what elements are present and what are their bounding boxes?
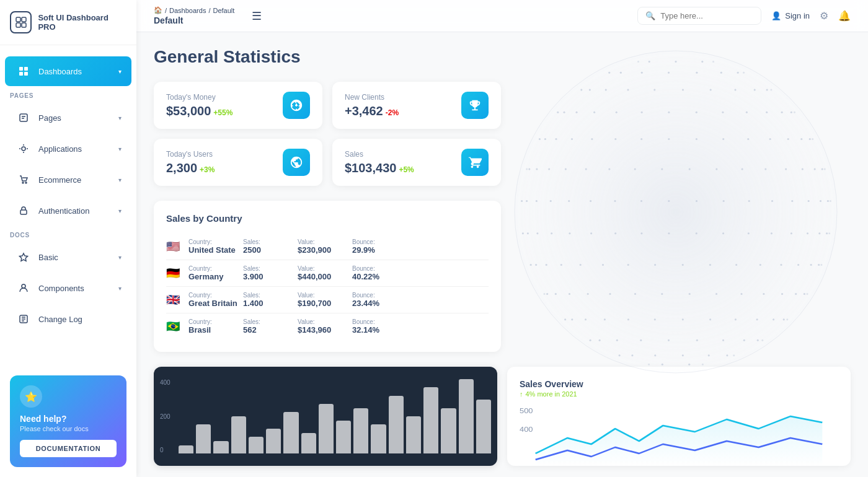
svg-point-145 xyxy=(807,232,808,234)
value-us: $230,900 xyxy=(298,245,347,255)
bell-icon[interactable]: 🔔 xyxy=(838,10,851,22)
svg-point-253 xyxy=(696,138,698,140)
dashboards-chevron: ▾ xyxy=(118,68,122,75)
svg-point-219 xyxy=(715,168,717,170)
globe-background xyxy=(496,32,868,416)
changelog-label: Change Log xyxy=(38,315,82,324)
sidebar-item-basic[interactable]: Basic ▾ xyxy=(5,242,131,272)
svg-point-175 xyxy=(818,232,820,234)
svg-point-159 xyxy=(522,232,524,234)
svg-point-301 xyxy=(766,112,768,113)
svg-point-52 xyxy=(743,339,745,341)
svg-point-144 xyxy=(818,232,820,234)
svg-point-278 xyxy=(790,112,792,113)
svg-point-249 xyxy=(787,138,789,140)
country-row-de: 🇩🇪 Country: Germany Sales: 3.900 Value: … xyxy=(166,260,489,287)
svg-point-120 xyxy=(602,264,604,266)
gear-icon[interactable]: ⚙ xyxy=(820,10,828,22)
country-name-gb: Great Britain xyxy=(188,299,238,308)
svg-point-17 xyxy=(688,364,690,365)
svg-point-67 xyxy=(564,318,566,320)
bar xyxy=(371,424,386,453)
svg-point-154 xyxy=(590,232,592,234)
svg-point-196 xyxy=(526,200,528,202)
svg-point-178 xyxy=(827,200,829,202)
svg-point-193 xyxy=(526,200,528,202)
home-icon: 🏠 xyxy=(154,6,162,14)
svg-point-161 xyxy=(527,232,529,234)
svg-point-266 xyxy=(591,138,593,140)
ecommerce-chevron: ▾ xyxy=(118,177,122,183)
svg-point-215 xyxy=(802,168,804,170)
svg-point-224 xyxy=(585,168,587,170)
svg-point-152 xyxy=(640,232,642,234)
value-br: $143,960 xyxy=(298,325,347,335)
search-input[interactable] xyxy=(660,11,747,20)
sign-in-action[interactable]: 👤 Sign in xyxy=(771,11,810,20)
sidebar-item-authentication[interactable]: Authentication ▾ xyxy=(5,196,131,225)
sidebar-item-changelog[interactable]: Change Log xyxy=(5,304,131,334)
svg-point-141 xyxy=(818,264,820,266)
bar xyxy=(336,421,351,453)
svg-point-183 xyxy=(748,200,750,202)
svg-point-43 xyxy=(599,339,601,341)
svg-point-92 xyxy=(555,293,557,295)
docs-section-label: DOCS xyxy=(0,227,136,241)
sidebar-item-ecommerce[interactable]: Ecommerce ▾ xyxy=(5,165,131,195)
svg-point-117 xyxy=(682,264,684,266)
svg-point-188 xyxy=(614,200,616,202)
svg-point-59 xyxy=(709,318,711,320)
svg-point-208 xyxy=(791,200,793,202)
svg-point-195 xyxy=(521,200,523,202)
sales-value: $103,430+5% xyxy=(345,161,461,175)
svg-point-83 xyxy=(763,293,764,295)
sales-overview-title: Sales Overview xyxy=(520,379,838,389)
svg-point-82 xyxy=(781,293,783,295)
sidebar-item-components[interactable]: Components ▾ xyxy=(5,273,131,303)
svg-point-114 xyxy=(760,264,761,266)
svg-point-246 xyxy=(812,138,813,140)
svg-point-20 xyxy=(662,364,663,365)
pages-chevron: ▾ xyxy=(118,115,122,121)
svg-point-157 xyxy=(536,232,538,234)
sidebar: Soft UI Dashboard PRO Dashboards ▾ PAGES xyxy=(0,0,136,477)
svg-point-189 xyxy=(590,200,591,202)
svg-point-292 xyxy=(564,112,565,113)
svg-point-333 xyxy=(608,72,610,74)
svg-point-282 xyxy=(722,112,724,113)
svg-point-325 xyxy=(743,72,745,74)
svg-point-84 xyxy=(741,293,743,295)
svg-point-112 xyxy=(797,264,799,266)
svg-point-210 xyxy=(820,200,822,202)
svg-point-66 xyxy=(564,318,566,320)
svg-point-225 xyxy=(565,168,567,170)
svg-point-274 xyxy=(787,138,789,140)
components-chevron: ▾ xyxy=(118,285,122,292)
svg-point-244 xyxy=(814,168,816,170)
svg-point-206 xyxy=(748,200,750,202)
svg-point-101 xyxy=(661,293,663,295)
country-name-us: United State xyxy=(188,245,238,255)
svg-point-312 xyxy=(605,89,607,91)
sidebar-item-dashboards[interactable]: Dashboards ▾ xyxy=(5,56,131,86)
bottom-charts-row: 400 200 0 Sales Overview ↑ 4% more in 20… xyxy=(154,367,851,466)
svg-point-116 xyxy=(709,264,711,266)
svg-point-166 xyxy=(614,232,616,234)
svg-point-303 xyxy=(790,112,792,113)
svg-point-42 xyxy=(616,339,618,341)
svg-point-81 xyxy=(795,293,797,295)
documentation-button[interactable]: DOCUMENTATION xyxy=(20,440,117,457)
svg-point-115 xyxy=(735,264,737,266)
svg-point-320 xyxy=(682,89,684,91)
authentication-chevron: ▾ xyxy=(118,208,122,214)
svg-point-330 xyxy=(641,72,643,74)
clients-change: -2% xyxy=(386,108,399,117)
svg-point-272 xyxy=(747,138,749,140)
svg-point-315 xyxy=(580,89,582,91)
stat-card-users: Today's Users 2,300+3% xyxy=(154,139,322,186)
sidebar-item-pages[interactable]: Pages ▾ xyxy=(5,103,131,133)
svg-point-57 xyxy=(756,318,758,320)
svg-point-254 xyxy=(668,138,670,140)
hamburger-button[interactable]: ☰ xyxy=(247,7,267,25)
sidebar-item-applications[interactable]: Applications ▾ xyxy=(5,134,131,164)
